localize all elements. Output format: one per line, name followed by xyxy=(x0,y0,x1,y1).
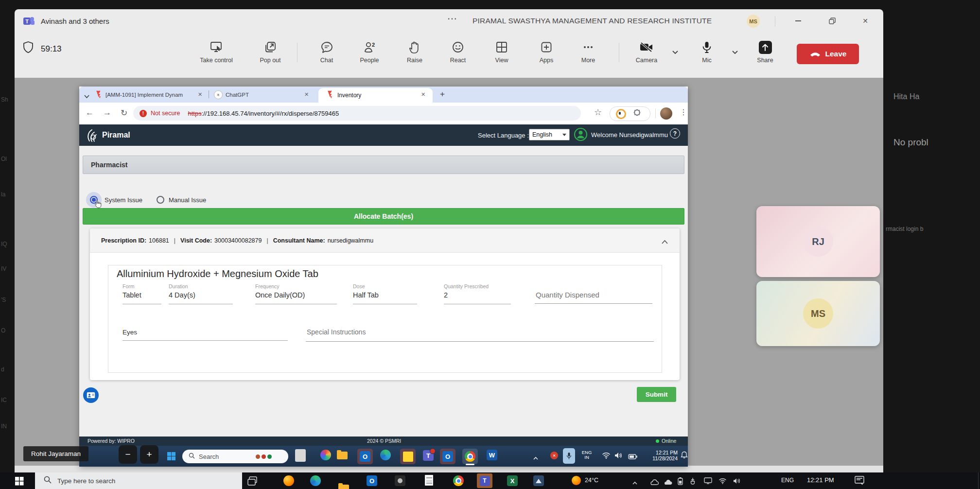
pop-out-button[interactable]: Pop out xyxy=(247,40,294,64)
host-photos-icon[interactable] xyxy=(533,475,544,486)
tray-alert-icon[interactable]: ✕ xyxy=(550,452,558,459)
host-battery-icon[interactable] xyxy=(678,477,683,487)
submit-button[interactable]: Submit xyxy=(637,387,676,402)
prescription-panel-header[interactable]: Prescription ID: 106881 | Visit Code: 30… xyxy=(90,228,680,253)
host-dark-app-icon[interactable] xyxy=(395,475,405,486)
back-button[interactable]: ← xyxy=(86,108,94,118)
file-explorer-icon[interactable] xyxy=(337,452,348,459)
copilot-icon[interactable] xyxy=(320,450,331,460)
people-button[interactable]: 2 People xyxy=(346,40,393,64)
outlook-icon[interactable]: O xyxy=(440,449,455,464)
allocate-batches-button[interactable]: Allocate Batch(es) xyxy=(83,208,684,225)
camera-button[interactable]: Camera xyxy=(626,40,667,64)
tab-title[interactable]: Inventory xyxy=(337,92,405,99)
weather-icon[interactable] xyxy=(572,476,581,485)
wifi-icon[interactable] xyxy=(602,452,611,461)
teams-taskbar-icon[interactable]: T xyxy=(422,449,435,462)
host-edge-icon[interactable] xyxy=(310,475,321,486)
notification-bell-icon[interactable] xyxy=(681,451,688,461)
take-control-button[interactable]: Take control xyxy=(193,40,240,64)
shared-search-box[interactable]: Search xyxy=(182,450,288,463)
host-language-indicator[interactable]: ENG xyxy=(781,477,794,484)
host-clock[interactable]: 12:21 PM xyxy=(807,476,834,484)
tab-title[interactable]: [AMM-1091] Implement Dynam xyxy=(105,92,189,98)
contact-card-button[interactable] xyxy=(83,387,99,403)
zoom-in-button[interactable]: + xyxy=(140,445,158,464)
host-tray-chevron-icon[interactable] xyxy=(632,478,638,487)
tab-close-icon[interactable]: ✕ xyxy=(421,91,425,98)
leave-button[interactable]: Leave xyxy=(797,44,859,64)
participant-tile-ms[interactable]: MS xyxy=(756,281,880,346)
usb-plug-icon[interactable] xyxy=(689,477,696,487)
host-network-icon[interactable] xyxy=(718,477,727,486)
raise-hand-button[interactable]: Raise xyxy=(391,40,438,64)
cloud-icon[interactable] xyxy=(663,478,673,487)
firefox-icon[interactable] xyxy=(283,475,294,486)
task-view-icon[interactable] xyxy=(247,476,257,488)
apps-button[interactable]: Apps xyxy=(523,40,570,64)
host-search-box[interactable] xyxy=(35,472,242,489)
user-avatar-icon[interactable] xyxy=(574,127,588,143)
browser-menu-icon[interactable]: ⋮ xyxy=(680,107,687,117)
title-overflow-button[interactable]: ⋯ xyxy=(447,13,458,24)
shared-clock[interactable]: 12:21 PM 11/28/2024 xyxy=(643,450,678,461)
quantity-dispensed-input[interactable] xyxy=(535,286,652,304)
shared-start-button[interactable] xyxy=(167,452,175,460)
forward-button[interactable]: → xyxy=(103,108,111,118)
display-icon[interactable] xyxy=(704,477,712,486)
help-icon[interactable]: ? xyxy=(670,128,680,139)
sticky-notes-icon[interactable] xyxy=(400,449,416,464)
host-file-explorer-icon[interactable] xyxy=(338,485,349,489)
profile-avatar[interactable] xyxy=(660,107,672,120)
host-outlook-icon[interactable]: O xyxy=(367,475,377,486)
meeting-avatar-badge[interactable]: MS xyxy=(747,15,760,28)
more-button[interactable]: More xyxy=(565,40,612,64)
chat-button[interactable]: Chat xyxy=(303,40,350,64)
participant-tile-rj[interactable]: RJ xyxy=(756,206,880,277)
host-document-icon[interactable] xyxy=(425,475,433,486)
radio-label-system-issue[interactable]: System Issue xyxy=(105,196,142,204)
action-center-icon[interactable] xyxy=(855,476,864,487)
language-select[interactable]: English xyxy=(529,129,570,140)
radio-manual-issue[interactable] xyxy=(157,196,164,204)
radio-label-manual-issue[interactable]: Manual Issue xyxy=(169,196,206,204)
minimize-button[interactable] xyxy=(788,14,808,28)
special-instructions-input[interactable] xyxy=(306,323,654,342)
maximize-button[interactable] xyxy=(822,14,842,28)
host-start-button[interactable] xyxy=(15,476,24,488)
view-button[interactable]: View xyxy=(478,40,525,64)
url-bar[interactable]: ! Not secure https://192.168.45.74/inven… xyxy=(133,106,581,121)
host-chrome-icon[interactable] xyxy=(453,475,464,486)
shared-language-indicator[interactable]: ENG IN xyxy=(579,450,594,460)
tab-close-icon[interactable]: ✕ xyxy=(304,91,309,98)
bookmark-star-icon[interactable]: ☆ xyxy=(594,107,602,118)
tab-title[interactable]: ChatGPT xyxy=(226,92,298,98)
host-teams-icon-active[interactable]: T xyxy=(477,473,492,488)
react-button[interactable]: React xyxy=(435,40,481,64)
camera-chevron-icon[interactable] xyxy=(672,48,679,56)
host-speaker-icon[interactable] xyxy=(733,477,741,486)
tab-close-icon[interactable]: ✕ xyxy=(198,91,202,98)
battery-icon[interactable] xyxy=(628,453,637,461)
new-tab-button[interactable]: + xyxy=(440,89,445,99)
tab-search-chevron-icon[interactable] xyxy=(84,92,90,101)
extensions-pill[interactable] xyxy=(610,106,650,121)
reload-button[interactable]: ↻ xyxy=(121,108,127,118)
collapse-chevron-icon[interactable] xyxy=(661,238,668,246)
chrome-taskbar-icon[interactable] xyxy=(462,449,478,464)
zoom-out-button[interactable]: − xyxy=(119,445,137,464)
outlook-icon[interactable]: O xyxy=(357,449,373,464)
shared-taskbar-app-icon[interactable] xyxy=(295,449,306,462)
share-button[interactable]: Share xyxy=(745,40,786,64)
close-button[interactable]: ✕ xyxy=(856,14,875,28)
word-icon[interactable]: W xyxy=(487,450,497,460)
mic-chevron-icon[interactable] xyxy=(732,48,738,56)
tray-chevron-icon[interactable] xyxy=(533,454,539,462)
onedrive-cloud-icon[interactable] xyxy=(649,478,659,487)
show-desktop-divider[interactable] xyxy=(978,472,979,489)
host-excel-icon[interactable]: X xyxy=(507,475,518,486)
edge-icon[interactable] xyxy=(380,450,391,460)
temperature-text[interactable]: 24°C xyxy=(585,477,598,484)
tray-mic-icon[interactable] xyxy=(563,448,575,464)
host-search-input[interactable] xyxy=(56,477,204,485)
